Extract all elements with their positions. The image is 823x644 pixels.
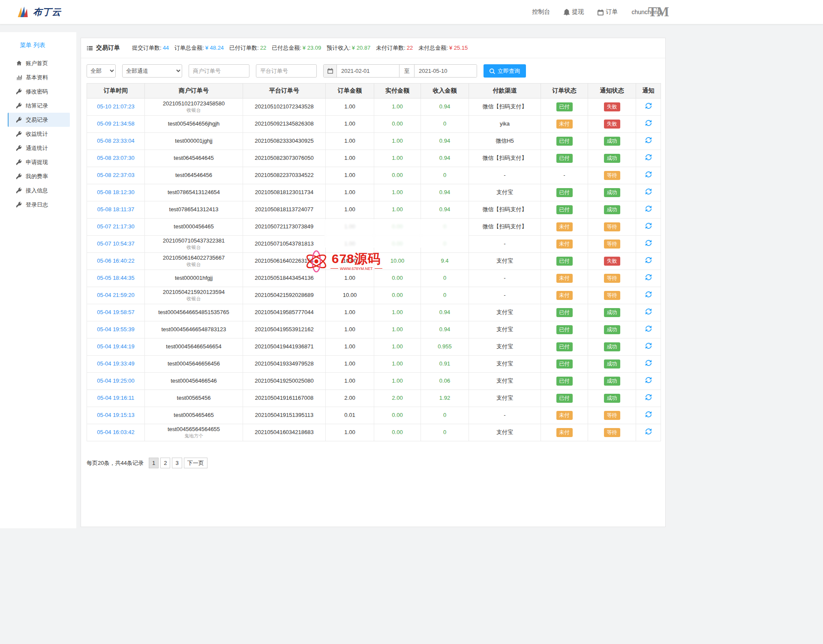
platform-no-cell: 2021050419585777044 bbox=[243, 304, 326, 321]
order-status-cell: 已付 bbox=[541, 253, 588, 270]
page-button[interactable]: 3 bbox=[172, 458, 182, 468]
refresh-notify-icon[interactable] bbox=[646, 240, 652, 246]
sidebar-menu-item[interactable]: 交易记录 bbox=[8, 113, 70, 127]
search-button[interactable]: 立即查询 bbox=[484, 64, 526, 78]
platform-no-input[interactable] bbox=[256, 64, 317, 78]
table-row: 05-10 21:07:23 20210510210723458580 收银台 … bbox=[87, 99, 661, 116]
refresh-notify-icon[interactable] bbox=[646, 223, 652, 229]
nav-withdraw[interactable]: 提现 bbox=[564, 8, 584, 16]
table-row: 05-04 19:16:11 test00565456 202105041916… bbox=[87, 390, 661, 407]
table-row: 05-08 18:12:30 test07865413124654 202105… bbox=[87, 184, 661, 201]
sidebar-menu-item[interactable]: 通道统计 bbox=[8, 141, 70, 155]
order-time-link[interactable]: 05-05 18:44:35 bbox=[87, 270, 145, 287]
order-time-link[interactable]: 05-04 19:33:49 bbox=[87, 356, 145, 373]
sidebar-menu-item[interactable]: 接入信息 bbox=[8, 183, 70, 198]
menu-item-label: 申请提现 bbox=[26, 159, 48, 166]
nav-orders[interactable]: 订单 bbox=[598, 8, 618, 16]
order-time-link[interactable]: 05-04 19:55:39 bbox=[87, 321, 145, 338]
refresh-notify-icon[interactable] bbox=[646, 103, 652, 109]
notify-status-badge: 等待 bbox=[604, 171, 620, 180]
refresh-notify-icon[interactable] bbox=[646, 411, 652, 417]
sidebar-menu-item[interactable]: 申请提现 bbox=[8, 155, 70, 169]
app-logo[interactable]: 布丁云 bbox=[16, 6, 61, 18]
date-from-input[interactable] bbox=[337, 65, 399, 77]
refresh-notify-icon[interactable] bbox=[646, 137, 652, 143]
refresh-notify-icon[interactable] bbox=[646, 309, 652, 315]
order-time-link[interactable]: 05-04 19:16:11 bbox=[87, 390, 145, 407]
order-time-link[interactable]: 05-04 19:25:00 bbox=[87, 373, 145, 390]
refresh-notify-icon[interactable] bbox=[646, 291, 652, 297]
page-button[interactable]: 1 bbox=[149, 458, 159, 468]
notify-status-cell: 等待 bbox=[588, 407, 636, 424]
order-time-link[interactable]: 05-09 21:34:58 bbox=[87, 116, 145, 133]
refresh-notify-icon[interactable] bbox=[646, 189, 652, 195]
order-amount-cell: 1.00 bbox=[326, 356, 374, 373]
notify-cell bbox=[636, 116, 661, 133]
sidebar-menu-item[interactable]: 基本资料 bbox=[8, 70, 70, 84]
order-time-link[interactable]: 05-08 23:07:30 bbox=[87, 150, 145, 167]
pay-channel-cell: 支付宝 bbox=[469, 321, 541, 338]
refresh-notify-icon[interactable] bbox=[646, 171, 652, 177]
menu-item-icon bbox=[16, 188, 22, 193]
order-amount-cell: 1.00 bbox=[326, 116, 374, 133]
notify-status-badge: 成功 bbox=[604, 342, 620, 351]
order-time-link[interactable]: 05-04 19:58:57 bbox=[87, 304, 145, 321]
sidebar-menu-item[interactable]: 账户首页 bbox=[8, 56, 70, 70]
refresh-notify-icon[interactable] bbox=[646, 428, 652, 434]
refresh-notify-icon[interactable] bbox=[646, 120, 652, 126]
merchant-sub-label: 收银台 bbox=[147, 262, 241, 268]
channel-select[interactable]: 全部通道 bbox=[122, 64, 182, 78]
order-status-cell: 已付 bbox=[541, 201, 588, 219]
sidebar-menu-item[interactable]: 登录日志 bbox=[8, 198, 70, 212]
sidebar-menu-item[interactable]: 收益统计 bbox=[8, 127, 70, 141]
order-stats: 提交订单数:44 订单总金额:¥ 48.24 已付订单数:22 已付总金额:¥ … bbox=[132, 44, 473, 52]
platform-no-cell: 2021050419151395113 bbox=[243, 407, 326, 424]
order-time-link[interactable]: 05-04 21:59:20 bbox=[87, 287, 145, 304]
order-time-link[interactable]: 05-04 16:03:42 bbox=[87, 424, 145, 441]
table-row: 05-04 19:25:00 test000456466546 20210504… bbox=[87, 373, 661, 390]
order-time-link[interactable]: 05-10 21:07:23 bbox=[87, 99, 145, 116]
order-time-link[interactable]: 05-08 22:37:03 bbox=[87, 167, 145, 184]
sidebar-title: 菜单 列表 bbox=[0, 36, 76, 56]
pay-channel-cell: - bbox=[469, 407, 541, 424]
order-time-link[interactable]: 05-08 23:33:04 bbox=[87, 133, 145, 150]
status-select[interactable]: 全部 bbox=[87, 64, 116, 78]
refresh-notify-icon[interactable] bbox=[646, 394, 652, 400]
order-time-link[interactable]: 05-08 18:12:30 bbox=[87, 184, 145, 201]
platform-no-cell: 2021050421592028689 bbox=[243, 287, 326, 304]
pay-channel-cell: 支付宝 bbox=[469, 424, 541, 441]
order-amount-cell: 1.00 bbox=[326, 184, 374, 201]
sidebar-menu-item[interactable]: 我的费率 bbox=[8, 169, 70, 183]
order-time-link[interactable]: 05-04 19:15:13 bbox=[87, 407, 145, 424]
notify-cell bbox=[636, 270, 661, 287]
refresh-notify-icon[interactable] bbox=[646, 257, 652, 263]
refresh-notify-icon[interactable] bbox=[646, 206, 652, 212]
page-button[interactable]: 2 bbox=[160, 458, 170, 468]
order-amount-cell: 1.00 bbox=[326, 201, 374, 219]
nav-console[interactable]: 控制台 bbox=[532, 8, 550, 16]
order-time-link[interactable]: 05-07 10:54:37 bbox=[87, 236, 145, 253]
logo-text: 布丁云 bbox=[33, 6, 61, 18]
notify-status-badge: 失败 bbox=[604, 120, 620, 128]
refresh-notify-icon[interactable] bbox=[646, 377, 652, 383]
pay-channel-cell: 支付宝 bbox=[469, 184, 541, 201]
order-time-link[interactable]: 05-06 16:40:22 bbox=[87, 253, 145, 270]
refresh-notify-icon[interactable] bbox=[646, 360, 652, 366]
sidebar-menu-item[interactable]: 修改密码 bbox=[8, 84, 70, 99]
refresh-notify-icon[interactable] bbox=[646, 326, 652, 332]
notify-status-cell: 失败 bbox=[588, 253, 636, 270]
refresh-notify-icon[interactable] bbox=[646, 274, 652, 280]
sidebar-menu-item[interactable]: 结算记录 bbox=[8, 99, 70, 113]
order-time-link[interactable]: 05-07 21:17:30 bbox=[87, 219, 145, 236]
next-page-button[interactable]: 下一页 bbox=[184, 458, 207, 468]
date-to-input[interactable] bbox=[415, 65, 477, 77]
order-time-link[interactable]: 05-08 18:11:37 bbox=[87, 201, 145, 219]
order-time-link[interactable]: 05-04 19:44:19 bbox=[87, 338, 145, 356]
refresh-notify-icon[interactable] bbox=[646, 343, 652, 349]
merchant-no-input[interactable] bbox=[189, 64, 249, 78]
order-status-badge: 未付 bbox=[556, 411, 573, 419]
column-header: 通知状态 bbox=[588, 84, 636, 99]
menu-item-label: 通道统计 bbox=[26, 144, 48, 152]
platform-no-cell: 2021050822370334522 bbox=[243, 167, 326, 184]
refresh-notify-icon[interactable] bbox=[646, 154, 652, 160]
